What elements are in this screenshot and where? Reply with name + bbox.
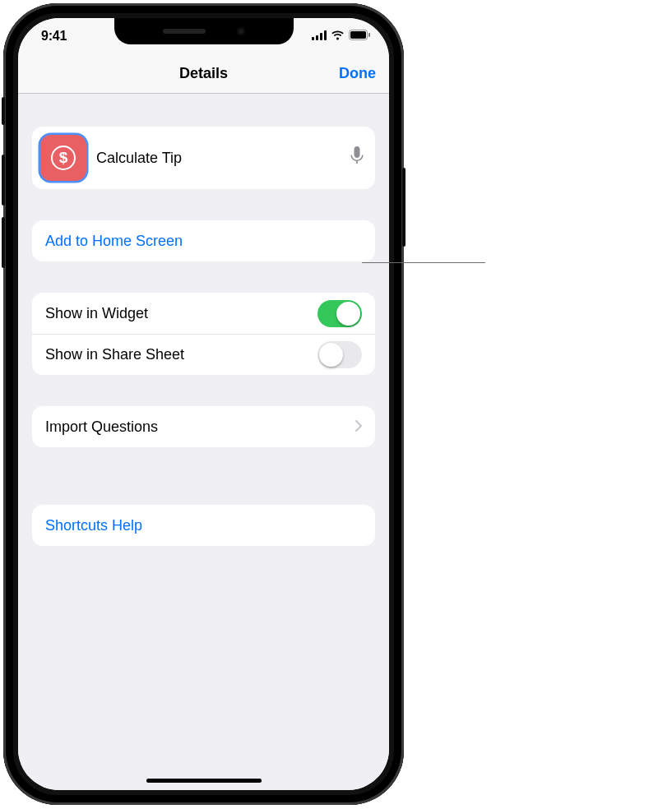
show-in-widget-label: Show in Widget bbox=[45, 305, 148, 322]
svg-rect-3 bbox=[324, 30, 327, 40]
volume-up-button bbox=[2, 155, 5, 206]
add-to-home-screen-button[interactable]: Add to Home Screen bbox=[32, 220, 375, 261]
svg-rect-0 bbox=[312, 37, 314, 40]
notch bbox=[114, 18, 294, 44]
import-questions-button[interactable]: Import Questions bbox=[32, 406, 375, 447]
show-in-share-sheet-row: Show in Share Sheet bbox=[32, 334, 375, 375]
add-to-home-group: Add to Home Screen bbox=[32, 220, 375, 261]
callout-line bbox=[362, 262, 485, 263]
done-button[interactable]: Done bbox=[339, 65, 376, 82]
cellular-signal-icon bbox=[312, 29, 327, 44]
speaker-grille bbox=[163, 29, 206, 34]
content: $ Add to Home Screen Show in Widget Sh bbox=[18, 94, 389, 790]
side-button bbox=[402, 168, 406, 247]
shortcut-icon[interactable]: $ bbox=[40, 135, 86, 181]
home-indicator[interactable] bbox=[146, 779, 262, 783]
iphone-frame: 9:41 Details Done $ bbox=[3, 3, 404, 805]
svg-rect-1 bbox=[316, 35, 318, 40]
volume-down-button bbox=[2, 217, 5, 268]
show-in-share-sheet-label: Show in Share Sheet bbox=[45, 346, 184, 363]
front-camera bbox=[237, 27, 245, 35]
svg-rect-5 bbox=[350, 31, 366, 39]
shortcut-name-row: $ bbox=[32, 127, 375, 189]
show-in-widget-row: Show in Widget bbox=[32, 293, 375, 334]
visibility-group: Show in Widget Show in Share Sheet bbox=[32, 293, 375, 375]
show-in-widget-toggle[interactable] bbox=[317, 300, 362, 327]
shortcut-name-group: $ bbox=[32, 127, 375, 189]
status-time: 9:41 bbox=[41, 29, 67, 44]
show-in-share-sheet-toggle[interactable] bbox=[317, 341, 362, 368]
chevron-right-icon bbox=[355, 418, 362, 436]
screen: 9:41 Details Done $ bbox=[18, 18, 389, 790]
import-group: Import Questions bbox=[32, 406, 375, 447]
wifi-icon bbox=[331, 29, 345, 44]
battery-icon bbox=[349, 29, 371, 44]
shortcut-name-input[interactable] bbox=[96, 150, 341, 167]
microphone-icon[interactable] bbox=[350, 146, 364, 170]
nav-bar: Details Done bbox=[18, 54, 389, 94]
dollar-sign-icon: $ bbox=[51, 146, 76, 170]
mute-switch bbox=[2, 97, 5, 125]
svg-rect-2 bbox=[320, 33, 322, 40]
page-title: Details bbox=[179, 65, 228, 82]
shortcuts-help-button[interactable]: Shortcuts Help bbox=[32, 505, 375, 546]
import-questions-label: Import Questions bbox=[45, 418, 158, 436]
svg-rect-6 bbox=[368, 33, 370, 37]
help-group: Shortcuts Help bbox=[32, 505, 375, 546]
